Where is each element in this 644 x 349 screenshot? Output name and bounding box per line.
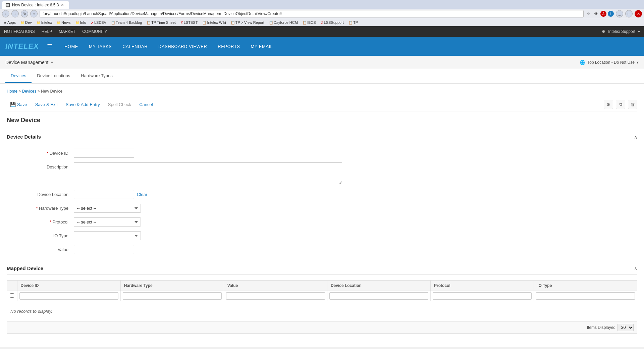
address-bar[interactable]: fury/LaunchSquadlogin/LaunchSquad/Applic…: [40, 10, 584, 17]
io-type-select[interactable]: [74, 231, 141, 240]
reader-icon[interactable]: 👁: [593, 11, 599, 17]
breadcrumb-devices[interactable]: Devices: [22, 89, 37, 94]
community-nav-item[interactable]: COMMUNITY: [82, 27, 107, 37]
notifications-nav-item[interactable]: NOTIFICATIONS: [4, 27, 35, 37]
tab-close-icon[interactable]: ✕: [61, 3, 64, 7]
lssupport-bookmark-icon: ✗: [321, 21, 323, 24]
copy-icon-button[interactable]: ⧉: [616, 100, 625, 109]
action-buttons: 💾 Save Save & Exit Save & Add Entry Spel…: [7, 100, 156, 109]
bookmark-dev-label: Dev: [25, 20, 32, 24]
breadcrumb-separator-1: >: [18, 89, 22, 94]
mapped-table-select-all-checkbox[interactable]: [10, 293, 14, 298]
items-displayed-select[interactable]: 20: [618, 324, 634, 331]
mapped-filter-value-input[interactable]: [226, 292, 325, 300]
bookmark-team-backlog[interactable]: 📋 Team 4 Backlog: [109, 20, 144, 25]
breadcrumb-separator-2: >: [38, 89, 41, 94]
description-textarea[interactable]: [74, 162, 342, 184]
description-control: [74, 162, 241, 185]
bookmark-ibcs-label: IBCS: [307, 20, 316, 24]
user-dropdown-icon: ▾: [638, 29, 640, 34]
module-dropdown-icon[interactable]: ▾: [51, 60, 53, 65]
mapped-filter-protocol-input[interactable]: [433, 292, 532, 300]
mapped-filter-device-id-input[interactable]: [19, 292, 118, 300]
bookmark-lsdev[interactable]: ✗ LSDEV: [89, 20, 108, 25]
device-id-row: Device ID: [7, 149, 637, 158]
mapped-device-section-header[interactable]: Mapped Device ∧: [7, 262, 637, 275]
bookmark-tp-view-report-label: TP > View Report: [235, 20, 264, 24]
table-footer: Items Displayed 20: [7, 321, 637, 333]
nav-reports[interactable]: REPORTS: [212, 37, 245, 56]
close-window-button[interactable]: ✕: [635, 10, 642, 17]
home-button[interactable]: ⌂: [30, 10, 38, 17]
hardware-type-label: Hardware Type: [7, 204, 74, 211]
forward-button[interactable]: ›: [11, 10, 19, 17]
intelex-logo[interactable]: INTELEX: [5, 42, 39, 51]
save-exit-button[interactable]: Save & Exit: [32, 100, 61, 109]
no-records-text: No records to display.: [7, 301, 637, 321]
cancel-button[interactable]: Cancel: [136, 100, 156, 109]
main-navigation: HOME MY TASKS CALENDAR DASHBOARD VIEWER …: [59, 37, 278, 56]
save-add-entry-button[interactable]: Save & Add Entry: [62, 100, 103, 109]
protocol-control: -- select --: [74, 217, 241, 227]
spell-check-button[interactable]: Spell Check: [105, 100, 135, 109]
device-id-input[interactable]: [74, 149, 134, 158]
mapped-filter-device-location-input[interactable]: [329, 292, 428, 300]
mapped-table-hardware-type-header: Hardware Type: [120, 281, 224, 291]
bookmark-intelex[interactable]: 📁 Intelex: [35, 20, 54, 25]
bookmark-intelex-wiki[interactable]: 📋 Intelex Wiki: [201, 20, 227, 25]
device-details-section-title: Device Details: [7, 134, 41, 140]
save-button[interactable]: 💾 Save: [7, 100, 31, 109]
help-nav-item[interactable]: HELP: [42, 27, 52, 37]
settings-icon-button[interactable]: ⚙: [604, 100, 613, 109]
clear-location-link[interactable]: Clear: [137, 192, 147, 197]
nav-calendar[interactable]: CALENDAR: [117, 37, 153, 56]
nav-dashboard-viewer[interactable]: DASHBOARD VIEWER: [153, 37, 212, 56]
hardware-type-select[interactable]: -- select --: [74, 204, 141, 213]
refresh-button[interactable]: ↻: [21, 10, 28, 17]
bookmark-apps[interactable]: ★ Apps: [2, 20, 17, 25]
bookmark-dev[interactable]: 📁 Dev: [19, 20, 34, 25]
back-button[interactable]: ‹: [2, 10, 9, 17]
protocol-select[interactable]: -- select --: [74, 217, 141, 227]
tp-timesheet-bookmark-icon: 📋: [147, 21, 151, 24]
mapped-section-collapse-icon[interactable]: ∧: [634, 266, 637, 271]
bookmark-tp[interactable]: 📋 TP: [347, 20, 360, 25]
bookmark-star-icon[interactable]: ☆: [586, 11, 592, 17]
browser-tab[interactable]: 🔲 New Device : Intelex 6.5.3 ✕: [2, 1, 69, 9]
tab-device-locations[interactable]: Device Locations: [32, 69, 75, 83]
top-nav-user[interactable]: ⚙ Intelex Support ▾: [602, 29, 640, 34]
section-collapse-icon[interactable]: ∧: [634, 134, 637, 140]
tab-devices[interactable]: Devices: [5, 69, 32, 83]
bookmark-lssupport[interactable]: ✗ LSSSupport: [319, 20, 345, 25]
bookmark-dayforce[interactable]: 📋 Dayforce HCM: [267, 20, 300, 25]
nav-home[interactable]: HOME: [59, 37, 84, 56]
minimize-button[interactable]: _: [616, 10, 623, 17]
bookmark-tp-timesheet[interactable]: 📋 TP Time Sheet: [145, 20, 177, 25]
device-details-section-header[interactable]: Device Details ∧: [7, 131, 637, 143]
intelex-icon[interactable]: I: [608, 11, 614, 17]
bookmark-info[interactable]: 📁 Info: [74, 20, 88, 25]
nav-my-email[interactable]: MY EMAIL: [245, 37, 278, 56]
mapped-filter-io-type-input[interactable]: [536, 292, 635, 300]
tab-hardware-types[interactable]: Hardware Types: [75, 69, 118, 83]
module-selector[interactable]: Device Management ▾: [5, 60, 53, 65]
hamburger-menu-button[interactable]: ☰: [47, 43, 52, 50]
value-input[interactable]: [74, 245, 134, 254]
mapped-filter-hardware-type-input[interactable]: [123, 292, 222, 300]
bookmark-lstest[interactable]: ✗ LSTEST: [179, 20, 200, 25]
location-dropdown-icon: ▾: [637, 60, 639, 65]
bookmark-ibcs[interactable]: 📋 IBCS: [301, 20, 318, 25]
maximize-button[interactable]: □: [625, 10, 633, 17]
trash-icon-button[interactable]: 🗑: [628, 100, 637, 109]
device-location-input[interactable]: [74, 190, 134, 199]
hardware-type-row: Hardware Type -- select --: [7, 204, 637, 213]
market-nav-item[interactable]: MARKET: [59, 27, 75, 37]
location-selector[interactable]: 🌐 Top Location - Do Not Use ▾: [580, 60, 639, 65]
items-displayed-label: Items Displayed: [587, 325, 615, 330]
bookmark-tp-view-report[interactable]: 📋 TP > View Report: [229, 20, 266, 25]
nav-my-tasks[interactable]: MY TASKS: [84, 37, 117, 56]
bookmark-news[interactable]: 📁 News: [55, 20, 72, 25]
settings-icon: ⚙: [602, 29, 605, 34]
breadcrumb-home[interactable]: Home: [7, 89, 17, 94]
user-icon[interactable]: A: [600, 11, 606, 17]
